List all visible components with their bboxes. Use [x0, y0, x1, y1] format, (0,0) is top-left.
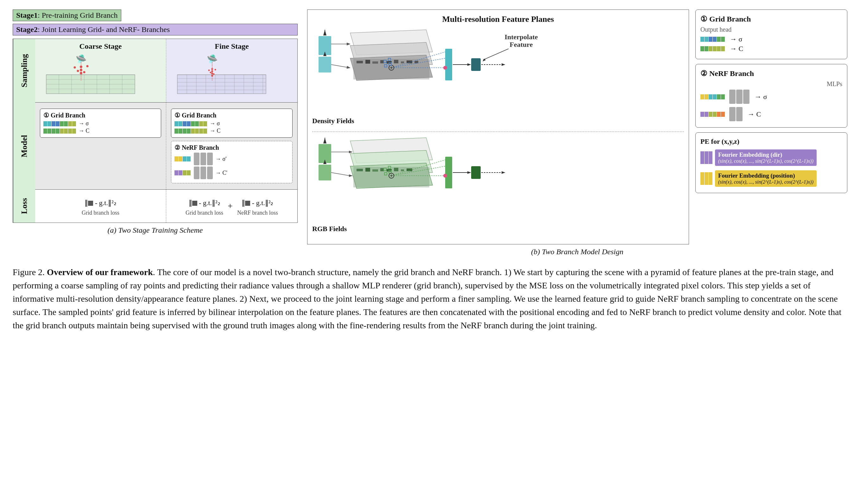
loss-coarse-cell: ‖ - g.t.‖²₂ Grid branch loss	[35, 190, 166, 222]
right-nerf-branch-title: ② NeRF Branch	[700, 69, 842, 78]
rgb-fields-section: RGB Fields	[312, 134, 684, 233]
fourier-dir-label: Fourier Embedding (dir)	[718, 151, 814, 158]
right-boxes-column: ① Grid Branch Output head → σ	[696, 10, 847, 244]
model-fine-cell: ① Grid Branch → σ	[166, 103, 297, 190]
nerf-purple-bars: → C'	[174, 167, 289, 179]
fine-grid-green-bars: → C	[174, 128, 289, 134]
stage1-label: Stage1	[16, 11, 38, 19]
density-fields-svg: Interpolate Feature	[312, 27, 572, 112]
right-panel: Multi-resolution Feature Planes	[307, 10, 847, 256]
fourier-pos-formula: (sin(x), cos(x), ..., sin(2^(L-1)x), cos…	[718, 179, 814, 185]
right-output-head-label: Output head	[700, 26, 842, 33]
coarse-loss-label: Grid branch loss	[82, 210, 119, 216]
svg-point-125	[443, 174, 447, 177]
svg-point-42	[215, 69, 216, 71]
svg-rect-100	[401, 169, 404, 171]
figure-bold-text: Overview of our framework	[47, 267, 153, 277]
svg-rect-75	[471, 58, 481, 71]
svg-marker-121	[467, 171, 471, 174]
loss-fine-cell: ‖ - g.t.‖²₂ Grid branch loss + ‖ - g.t.‖…	[166, 190, 297, 222]
rgb-fields-label: RGB Fields	[312, 225, 684, 233]
right-grid-branch-panel: ① Grid Branch Output head → σ	[696, 10, 847, 59]
left-panel: Stage1: Pre-training Grid Branch Stage2:…	[13, 10, 298, 256]
fine-grid-loss-label: Grid branch loss	[186, 210, 223, 216]
training-grid: Sampling Coarse Stage	[13, 39, 298, 223]
fourier-dir-row: Fourier Embedding (dir) (sin(x), cos(x),…	[700, 148, 842, 167]
pe-panel: PE for (x,y,z) Fourier Embedding (dir) (…	[696, 132, 847, 193]
svg-rect-96	[372, 169, 378, 172]
loss-coarse-content: ‖ - g.t.‖²₂ Grid branch loss	[39, 193, 162, 219]
density-fields-label: Density Fields	[312, 117, 684, 125]
fourier-pos-row: Fourier Embedding (position) (sin(x), co…	[700, 169, 842, 188]
svg-rect-122	[471, 166, 481, 179]
loss-plus: +	[228, 201, 233, 211]
svg-rect-102	[318, 164, 331, 181]
coarse-stage-header: Coarse Stage	[40, 42, 161, 51]
svg-line-65	[331, 64, 349, 68]
svg-point-18	[77, 70, 79, 72]
svg-point-17	[86, 65, 89, 68]
svg-point-41	[209, 70, 210, 71]
svg-text:Interpolate: Interpolate	[504, 33, 538, 41]
fine-nerf-branch-box: ② NeRF Branch → σ'	[171, 141, 292, 183]
svg-rect-58	[401, 61, 404, 63]
svg-rect-61	[318, 57, 331, 72]
coarse-drone-scene: 🛸	[40, 53, 144, 97]
fine-stage-header: Fine Stage	[171, 42, 292, 51]
stage1-bar: Stage1: Pre-training Grid Branch	[13, 10, 121, 21]
svg-line-85	[483, 49, 508, 60]
right-grid-c-row: → C	[700, 45, 842, 53]
multiresolution-title: Multi-resolution Feature Planes	[312, 15, 684, 24]
svg-marker-74	[467, 63, 471, 66]
stage1-desc: : Pre-training Grid Branch	[38, 11, 118, 19]
loss-fine-content: ‖ - g.t.‖²₂ Grid branch loss + ‖ - g.t.‖…	[170, 193, 293, 219]
coarse-grid-branch-box: ① Grid Branch → σ	[40, 109, 161, 138]
svg-point-43	[210, 72, 212, 73]
fourier-pos-box: Fourier Embedding (position) (sin(x), co…	[715, 170, 817, 187]
fourier-pos-label: Fourier Embedding (position)	[718, 172, 814, 179]
right-nerf-mlps-label: MLPs	[700, 81, 842, 88]
model-coarse-cell: ① Grid Branch → σ	[35, 103, 166, 190]
right-nerf-sigma-row: → σ	[700, 90, 842, 104]
model-label: Model	[13, 103, 35, 190]
fine-nerf-branch-title: ② NeRF Branch	[174, 144, 289, 151]
stage2-bar: Stage2: Joint Learning Grid- and NeRF- B…	[13, 24, 298, 35]
svg-point-44	[213, 73, 215, 75]
grid-branch-green-bars: → C	[43, 128, 158, 134]
svg-rect-72	[445, 49, 452, 81]
svg-rect-52	[357, 61, 363, 63]
loss-label: Loss	[13, 190, 35, 222]
fine-grid-teal-bars: → σ	[174, 120, 289, 127]
svg-point-16	[74, 67, 76, 69]
fig-num: Figure 2.	[13, 267, 45, 277]
right-grid-sigma: → σ	[730, 35, 742, 43]
rgb-fields-svg	[312, 134, 572, 220]
fine-grid-branch-box: ① Grid Branch → σ	[171, 109, 292, 138]
coarse-grid-branch-title: ① Grid Branch	[43, 112, 158, 119]
nerf-yellow-bars: → σ'	[174, 153, 289, 165]
caption-a: (a) Two Stage Training Scheme	[13, 226, 298, 234]
fine-nerf-loss-eq: ‖ - g.t.‖²₂	[237, 196, 278, 210]
svg-marker-77	[502, 63, 505, 66]
fine-grid-loss-eq: ‖ - g.t.‖²₂	[186, 196, 223, 210]
grid-branch-teal-bars: → σ	[43, 120, 158, 127]
fine-grid-branch-title: ① Grid Branch	[174, 112, 289, 119]
sampling-label: Sampling	[13, 39, 35, 103]
svg-rect-57	[394, 60, 398, 63]
right-grid-c: → C	[730, 45, 743, 53]
svg-point-19	[83, 71, 86, 73]
right-nerf-c-row: → C	[700, 107, 842, 121]
density-fields-section: Interpolate Feature Density Fields	[312, 27, 684, 125]
svg-point-78	[443, 66, 447, 70]
svg-marker-108	[349, 174, 353, 177]
svg-marker-106	[349, 151, 353, 153]
sampling-coarse-cell: Coarse Stage 🛸	[35, 39, 166, 103]
svg-rect-20	[177, 75, 266, 94]
pe-title: PE for (x,y,z)	[700, 138, 842, 146]
svg-rect-95	[366, 168, 370, 172]
svg-text:Feature: Feature	[510, 41, 533, 48]
right-grid-sigma-row: → σ	[700, 35, 842, 43]
figure-caption: Figure 2. Overview of our framework. The…	[13, 265, 847, 332]
fourier-dir-formula: (sin(x), cos(x), ..., sin(2^(L-1)x), cos…	[718, 158, 814, 164]
stage2-label: Stage2	[16, 25, 38, 33]
